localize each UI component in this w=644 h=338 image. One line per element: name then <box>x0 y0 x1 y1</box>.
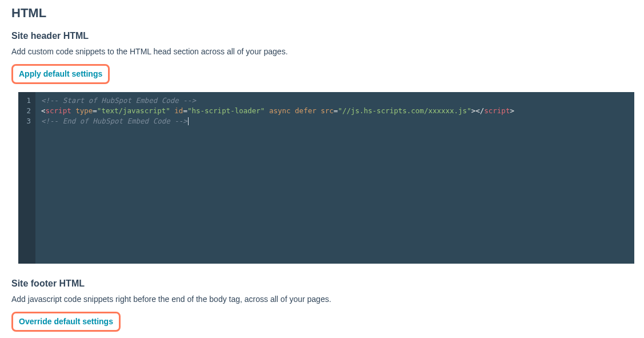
site-header-desc: Add custom code snippets to the HTML hea… <box>11 47 633 56</box>
line-number: 1 <box>18 96 31 106</box>
site-footer-title: Site footer HTML <box>11 279 633 289</box>
code-line: <!-- End of HubSpot Embed Code --> <box>41 116 629 126</box>
code-line: <!-- Start of HubSpot Embed Code --> <box>41 96 629 106</box>
editor-gutter: 1 2 3 <box>18 92 35 264</box>
site-footer-desc: Add javascript code snippets right befor… <box>11 295 633 304</box>
code-line: <script type="text/javascript" id="hs-sc… <box>41 106 629 116</box>
code-area[interactable]: <!-- Start of HubSpot Embed Code --> <sc… <box>35 92 634 264</box>
text-cursor <box>188 117 189 125</box>
line-number: 2 <box>18 106 31 116</box>
page-title: HTML <box>11 6 633 21</box>
apply-default-settings-button[interactable]: Apply default settings <box>11 64 110 84</box>
code-editor[interactable]: 1 2 3 <!-- Start of HubSpot Embed Code -… <box>18 92 634 264</box>
line-number: 3 <box>18 116 31 126</box>
override-default-settings-button[interactable]: Override default settings <box>11 312 121 332</box>
site-header-title: Site header HTML <box>11 31 633 41</box>
